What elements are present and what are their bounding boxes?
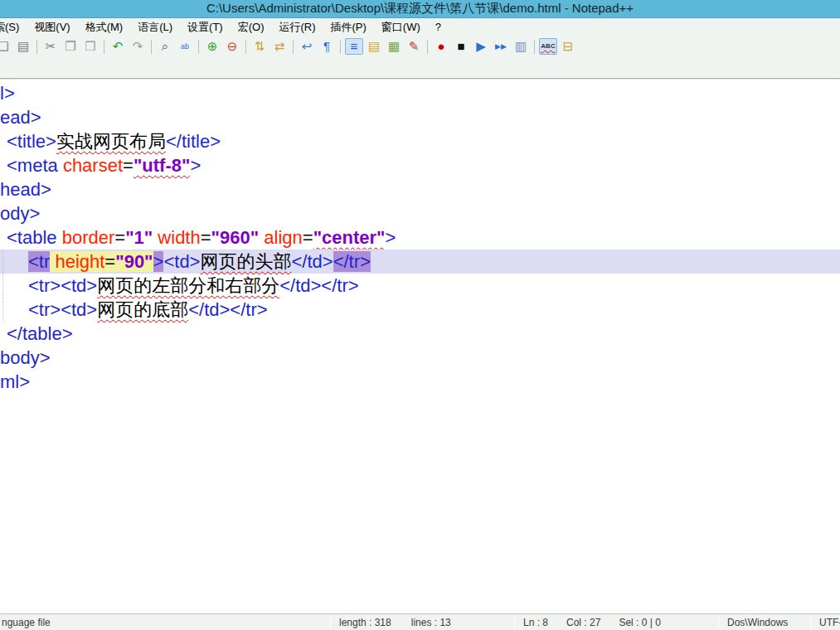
code-segment: 实战网页布局 — [56, 131, 166, 152]
code-segment: = — [123, 155, 134, 176]
code-segment: = — [201, 227, 211, 248]
toolbar-separator — [104, 40, 104, 54]
code-segment: </title> — [166, 131, 221, 152]
menu-item-9[interactable]: ? — [428, 18, 449, 36]
code-segment: "center" — [313, 227, 386, 248]
code-segment: l> — [0, 83, 15, 104]
toolbar-separator — [427, 40, 428, 54]
sync-vertical-scroll-icon[interactable]: ⇅ — [250, 38, 269, 55]
code-segment: </table> — [7, 323, 73, 344]
code-line-7[interactable]: <table border="1" width="960" align="cen… — [0, 225, 840, 250]
toolbar-separator — [151, 40, 152, 54]
code-line-11[interactable]: </table> — [0, 322, 840, 346]
code-segment: </td></tr> — [279, 275, 358, 296]
code-line-8[interactable]: <tr height="90"><td>网页的头部</td></tr> — [0, 250, 840, 274]
macro-play-icon[interactable]: ▶ — [472, 38, 490, 55]
show-all-characters-icon[interactable]: ¶ — [318, 38, 336, 55]
word-wrap-icon[interactable]: ↩ — [298, 38, 316, 55]
paste-icon[interactable]: ❒ — [81, 38, 100, 55]
menu-item-2[interactable]: 格式(M) — [78, 18, 131, 36]
status-length-lines: length : 318lines : 13 — [331, 617, 514, 628]
code-segment: "utf-8" — [134, 155, 191, 176]
menu-item-1[interactable]: 视图(V) — [27, 18, 77, 36]
code-segment: <tr — [28, 251, 50, 272]
code-segment: = — [114, 227, 125, 248]
code-line-3[interactable]: <title>实战网页布局</title> — [0, 129, 840, 153]
code-segment: <td> — [163, 251, 200, 272]
print-icon[interactable]: ▤ — [14, 38, 32, 55]
menu-item-7[interactable]: 插件(P) — [323, 18, 374, 36]
status-eol-format: Dos\Windows — [719, 617, 810, 628]
menu-item-3[interactable]: 语言(L) — [130, 18, 180, 36]
code-segment: body> — [0, 347, 51, 368]
close-file-icon[interactable]: ❏ — [0, 38, 12, 55]
status-length-lines-value: length : 318 — [339, 617, 391, 628]
spell-check-icon[interactable]: ABC — [539, 38, 557, 55]
function-list-icon[interactable]: ✎ — [405, 38, 423, 55]
toolbar-spacer — [0, 56, 840, 78]
code-segment: <meta — [7, 155, 63, 176]
cut-icon[interactable]: ✂ — [41, 38, 60, 55]
code-segment: "90" — [115, 251, 153, 272]
status-eol-format-value: Dos\Windows — [727, 617, 788, 628]
toolbar-separator — [534, 40, 535, 54]
code-segment: "1" — [125, 227, 153, 248]
find-icon[interactable]: ⌕ — [156, 38, 174, 55]
code-segment: "960" — [211, 227, 260, 248]
toolbar-separator — [198, 40, 199, 54]
menu-item-4[interactable]: 设置(T) — [180, 18, 231, 36]
macro-save-icon[interactable]: ▥ — [512, 38, 530, 55]
code-line-1[interactable]: l> — [0, 81, 840, 105]
code-segment: <title> — [7, 131, 56, 152]
code-segment: <table — [7, 227, 62, 248]
toolbar-separator — [245, 40, 246, 54]
editor-area[interactable]: l>ead><title>实战网页布局</title><meta charset… — [0, 80, 840, 613]
status-doc-type-value: nguage file — [2, 617, 51, 628]
code-segment: <tr><td> — [28, 275, 97, 296]
copy-icon[interactable]: ❐ — [61, 38, 80, 55]
toolbar-separator — [340, 40, 341, 54]
code-segment: 网页的左部分和右部分 — [97, 275, 279, 296]
indent-guide — [2, 250, 3, 274]
macro-record-icon[interactable]: ● — [432, 38, 450, 55]
redo-icon[interactable]: ↷ — [129, 38, 147, 55]
sync-horizontal-scroll-icon[interactable]: ⇄ — [270, 38, 289, 55]
undo-icon[interactable]: ↶ — [109, 38, 127, 55]
status-bar: nguage filelength : 318lines : 13Ln : 8C… — [0, 613, 840, 630]
indent-guide-icon[interactable]: ≡ — [345, 38, 363, 55]
code-line-10[interactable]: <tr><td>网页的底部</td></tr> — [0, 298, 840, 322]
toolbar-separator — [36, 40, 37, 54]
code-line-6[interactable]: ody> — [0, 201, 840, 225]
toolbar-separator — [293, 40, 294, 54]
code-segment: <tr><td> — [28, 299, 97, 320]
status-doc-type: nguage file — [0, 617, 330, 628]
menu-item-0[interactable]: 索(S) — [0, 18, 27, 36]
code-line-13[interactable]: ml> — [0, 370, 840, 394]
macro-stop-icon[interactable]: ■ — [452, 38, 470, 55]
doc-switcher-icon[interactable]: ▤ — [365, 38, 383, 55]
code-line-2[interactable]: ead> — [0, 105, 840, 129]
code-line-5[interactable]: head> — [0, 177, 840, 201]
macro-run-multiple-icon[interactable]: ▶▶ — [492, 38, 510, 55]
document-map-icon[interactable]: ▦ — [385, 38, 403, 55]
menu-item-8[interactable]: 窗口(W) — [374, 18, 428, 36]
zoom-in-icon[interactable]: ⊕ — [203, 38, 221, 55]
zoom-out-icon[interactable]: ⊖ — [223, 38, 241, 55]
notepad-plus-plus-window: C:\Users\Administrator\Desktop\课程源文件\第八节… — [0, 0, 840, 630]
menu-item-6[interactable]: 运行(R) — [271, 18, 323, 36]
indent-guide — [2, 274, 3, 298]
title-bar[interactable]: C:\Users\Administrator\Desktop\课程源文件\第八节… — [0, 0, 840, 18]
code-line-4[interactable]: <meta charset="utf-8"> — [0, 153, 840, 177]
replace-icon[interactable]: ab — [176, 38, 194, 55]
spell-check-language-icon[interactable]: ⊟ — [559, 38, 577, 55]
code-line-9[interactable]: <tr><td>网页的左部分和右部分</td></tr> — [0, 274, 840, 298]
code-line-12[interactable]: body> — [0, 346, 840, 370]
code-segment: = — [303, 227, 313, 248]
code-segment: = — [104, 251, 115, 272]
code-segment: width — [158, 227, 200, 248]
code-segment: </tr> — [333, 251, 371, 272]
menu-item-5[interactable]: 宏(O) — [231, 18, 272, 36]
code-segment: height — [50, 251, 104, 272]
code-segment: ead> — [0, 107, 41, 128]
menu-bar: 索(S)视图(V)格式(M)语言(L)设置(T)宏(O)运行(R)插件(P)窗口… — [0, 18, 840, 36]
